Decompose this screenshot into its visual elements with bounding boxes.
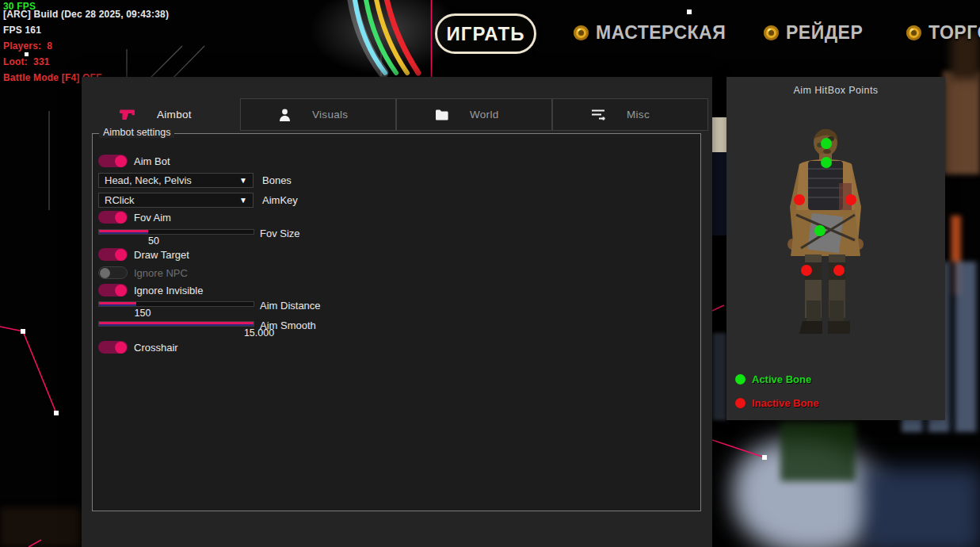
menu-item-label: ТОРГО <box>929 22 980 44</box>
legend-label: Inactive Bone <box>752 397 819 409</box>
menu-item-label: РЕЙДЕР <box>786 22 863 44</box>
menu-item-trade[interactable]: ТОРГО <box>906 22 980 44</box>
draw-target-label: Draw Target <box>134 249 189 261</box>
cheat-menu-panel: Aimbot Visuals World Misc <box>82 77 712 547</box>
tab-bar: Aimbot Visuals World Misc <box>82 98 712 131</box>
sliders-icon <box>591 109 605 120</box>
game-screen: 30 FPS [ARC] Build (Dec 28 2025, 09:43:3… <box>0 0 980 547</box>
fov-size-label: Fov Size <box>260 228 300 239</box>
bone-dot-left-arm[interactable] <box>794 194 805 205</box>
group-title: Aimbot settings <box>99 127 174 138</box>
hitbox-points-layer <box>726 77 945 420</box>
aim-distance-value: 150 <box>127 308 158 319</box>
person-icon <box>279 109 291 121</box>
aim-bot-label: Aim Bot <box>134 155 170 167</box>
aimbot-settings-group: Aimbot settings Aim Bot Head, Neck, Pelv… <box>92 133 701 511</box>
folder-icon <box>435 109 448 120</box>
fov-size-value: 50 <box>138 235 170 247</box>
crosshair-toggle[interactable] <box>98 341 128 354</box>
green-dot-icon <box>735 374 745 384</box>
tab-label: Aimbot <box>157 109 192 120</box>
bone-dot-head[interactable] <box>821 138 832 149</box>
toggle-knob <box>115 342 127 354</box>
aim-distance-label: Aim Distance <box>260 300 321 312</box>
play-button[interactable]: ИГРАТЬ <box>435 13 536 54</box>
aimkey-label: AimKey <box>262 194 298 206</box>
slider-fill <box>99 322 254 326</box>
play-button-label: ИГРАТЬ <box>447 23 525 45</box>
fov-size-slider[interactable] <box>98 229 254 235</box>
toggle-knob <box>100 268 110 278</box>
menu-item-label: МАСТЕРСКАЯ <box>596 22 726 44</box>
aim-distance-slider[interactable] <box>98 301 254 307</box>
red-dot-icon <box>735 398 745 408</box>
menu-item-raider[interactable]: РЕЙДЕР <box>764 22 863 44</box>
tab-world[interactable]: World <box>396 98 552 131</box>
slider-fill <box>99 302 136 306</box>
tab-label: Visuals <box>312 109 348 120</box>
toggle-knob <box>115 155 127 167</box>
hud-players: Players: 8 <box>3 40 52 52</box>
legend-active-bone: Active Bone <box>735 373 811 385</box>
chevron-down-icon: ▼ <box>239 177 247 185</box>
hud-fps: FPS 161 <box>3 25 41 36</box>
coin-icon <box>764 25 779 40</box>
aimkey-dropdown[interactable]: RClick ▼ <box>98 193 254 208</box>
legend-label: Active Bone <box>752 373 811 385</box>
crosshair-label: Crosshair <box>134 342 178 354</box>
fov-aim-label: Fov Aim <box>134 212 171 224</box>
bones-label: Bones <box>262 174 292 186</box>
tab-label: Misc <box>627 109 650 120</box>
aim-smooth-label: Aim Smooth <box>260 319 316 331</box>
chevron-down-icon: ▼ <box>239 197 247 205</box>
ignore-invisible-toggle[interactable] <box>98 284 128 296</box>
bones-dropdown[interactable]: Head, Neck, Pelvis ▼ <box>98 173 254 188</box>
bone-dot-neck[interactable] <box>821 157 832 168</box>
aim-smooth-slider[interactable] <box>98 321 254 327</box>
pistol-icon <box>120 109 135 120</box>
draw-target-toggle[interactable] <box>98 248 128 261</box>
fov-aim-toggle[interactable] <box>98 211 128 224</box>
hud-loot: Loot: 331 <box>3 56 50 67</box>
slider-fill <box>99 230 148 234</box>
ignore-npc-label: Ignore NPC <box>134 267 188 279</box>
bone-dot-pelvis[interactable] <box>814 225 826 236</box>
hitbox-preview-panel: Aim HitBox Points <box>726 77 945 420</box>
aimkey-dropdown-value: RClick <box>105 194 239 206</box>
rainbow-sign <box>352 0 418 73</box>
coin-icon <box>574 25 589 40</box>
toggle-knob <box>115 212 127 224</box>
tab-label: World <box>470 109 499 120</box>
coin-icon <box>906 25 921 40</box>
bones-dropdown-value: Head, Neck, Pelvis <box>105 174 239 186</box>
menu-item-workshop[interactable]: МАСТЕРСКАЯ <box>574 22 726 44</box>
ignore-npc-toggle[interactable] <box>98 266 128 279</box>
bone-dot-left-knee[interactable] <box>801 265 812 276</box>
bone-dot-right-knee[interactable] <box>833 265 845 276</box>
tab-aimbot[interactable]: Aimbot <box>82 98 240 131</box>
bone-dot-right-arm[interactable] <box>845 194 856 205</box>
tab-visuals[interactable]: Visuals <box>240 98 396 131</box>
ignore-invisible-label: Ignore Invisible <box>134 285 203 296</box>
hud-build-info: [ARC] Build (Dec 28 2025, 09:43:38) <box>3 9 169 20</box>
aim-bot-toggle[interactable] <box>98 155 128 167</box>
legend-inactive-bone: Inactive Bone <box>735 397 819 409</box>
toggle-knob <box>115 249 127 261</box>
toggle-knob <box>115 285 127 296</box>
tab-misc[interactable]: Misc <box>552 98 708 131</box>
